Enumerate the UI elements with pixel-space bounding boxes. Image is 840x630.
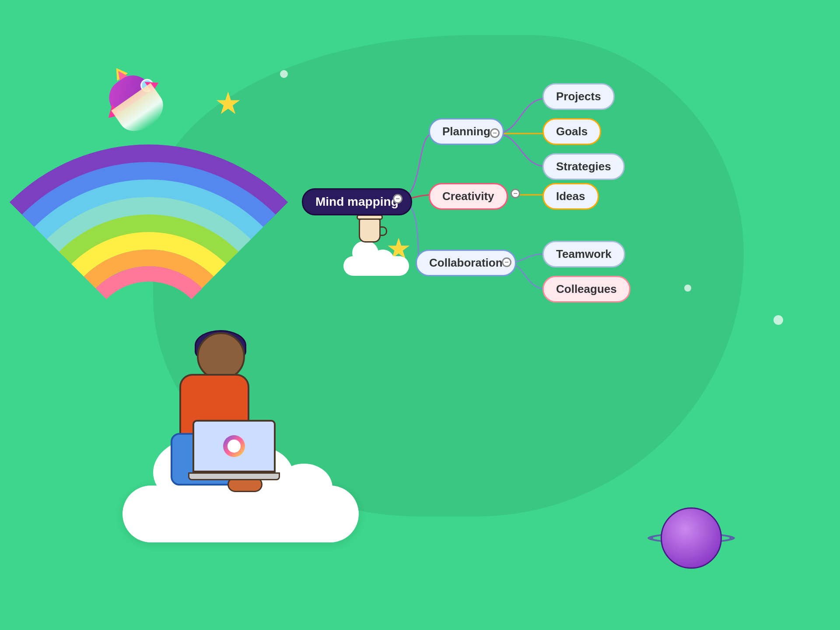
center-connector-dot: − bbox=[393, 194, 402, 204]
app-logo-inner bbox=[228, 440, 241, 453]
mindmap-ideas-node: Ideas bbox=[542, 183, 599, 210]
mindmap-colleagues-node: Colleagues bbox=[542, 276, 630, 303]
mindmap-diagram: Mind mapping − Planning − Creativity − C… bbox=[298, 74, 648, 346]
dot-decoration-4 bbox=[774, 315, 783, 325]
app-logo bbox=[223, 435, 245, 457]
strategies-label: Strategies bbox=[556, 160, 611, 173]
planning-label: Planning bbox=[442, 125, 490, 138]
collaboration-connector-dot: − bbox=[502, 257, 511, 267]
character bbox=[144, 332, 298, 534]
planet-body bbox=[661, 507, 722, 569]
creativity-label: Creativity bbox=[442, 190, 494, 203]
laptop bbox=[192, 420, 280, 481]
creativity-connector-dot: − bbox=[511, 189, 520, 198]
mindmap-projects-node: Projects bbox=[542, 83, 615, 110]
laptop-base bbox=[188, 472, 280, 480]
laptop-screen bbox=[192, 420, 276, 472]
goals-label: Goals bbox=[556, 125, 588, 138]
colleagues-label: Colleagues bbox=[556, 282, 617, 296]
collaboration-label: Collaboration bbox=[429, 256, 503, 270]
mindmap-creativity-node: Creativity bbox=[429, 183, 508, 210]
character-head bbox=[197, 332, 245, 380]
ideas-label: Ideas bbox=[556, 190, 585, 203]
mindmap-teamwork-node: Teamwork bbox=[542, 241, 625, 267]
projects-label: Projects bbox=[556, 90, 601, 103]
dot-decoration-1 bbox=[280, 70, 288, 78]
mindmap-collaboration-node: Collaboration bbox=[416, 250, 516, 276]
planet-decoration bbox=[652, 499, 731, 577]
mindmap-strategies-node: Strategies bbox=[542, 153, 625, 180]
dot-decoration-3 bbox=[684, 285, 691, 292]
teamwork-label: Teamwork bbox=[556, 247, 612, 261]
planning-connector-dot: − bbox=[490, 128, 500, 138]
mindmap-goals-node: Goals bbox=[542, 118, 601, 145]
